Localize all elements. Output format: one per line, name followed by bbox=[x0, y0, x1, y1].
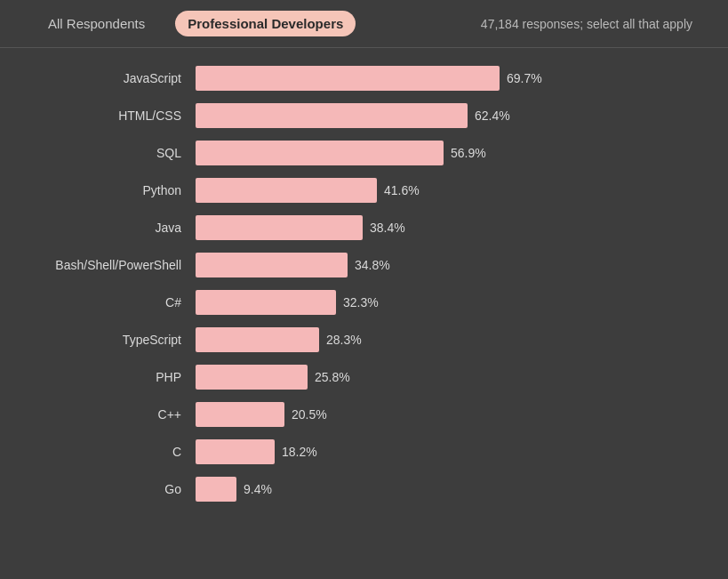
chart-row: TypeScript28.3% bbox=[18, 327, 692, 352]
bar-label: C# bbox=[18, 295, 196, 310]
bar bbox=[196, 141, 444, 165]
responses-note: 47,184 responses; select all that apply bbox=[481, 17, 692, 31]
bar-label: PHP bbox=[18, 370, 196, 384]
bar-label: JavaScript bbox=[18, 71, 196, 85]
chart-row: Go9.4% bbox=[18, 477, 692, 502]
bar bbox=[196, 178, 377, 203]
tab-all-respondents[interactable]: All Respondents bbox=[36, 11, 157, 36]
bar bbox=[196, 439, 275, 464]
bar bbox=[196, 365, 308, 390]
tab-professional-developers[interactable]: Professional Developers bbox=[175, 11, 356, 36]
bar bbox=[196, 327, 319, 352]
bar-value: 34.8% bbox=[355, 258, 390, 272]
bar bbox=[196, 253, 348, 277]
bar-wrapper: 28.3% bbox=[196, 327, 692, 352]
bar-value: 56.9% bbox=[451, 146, 486, 160]
bar-value: 20.5% bbox=[292, 407, 327, 422]
bar-label: Go bbox=[18, 482, 196, 496]
bar-wrapper: 20.5% bbox=[196, 402, 692, 427]
bar-wrapper: 32.3% bbox=[196, 290, 692, 315]
bar bbox=[196, 66, 500, 91]
bar-wrapper: 56.9% bbox=[196, 141, 692, 165]
bar-wrapper: 9.4% bbox=[196, 477, 692, 502]
bar-value: 9.4% bbox=[244, 482, 272, 496]
chart-row: Java38.4% bbox=[18, 215, 692, 240]
bar-label: SQL bbox=[18, 146, 196, 160]
chart-row: JavaScript69.7% bbox=[18, 66, 692, 91]
bar-value: 62.4% bbox=[475, 109, 510, 123]
bar-label: Python bbox=[18, 183, 196, 197]
bar bbox=[196, 103, 468, 128]
bar-value: 25.8% bbox=[315, 370, 350, 384]
bar-value: 69.7% bbox=[507, 71, 542, 85]
chart-row: Bash/Shell/PowerShell34.8% bbox=[18, 253, 692, 277]
bar-wrapper: 62.4% bbox=[196, 103, 692, 128]
chart-row: C#32.3% bbox=[18, 290, 692, 315]
bar-label: C++ bbox=[18, 407, 196, 422]
chart-row: SQL56.9% bbox=[18, 141, 692, 165]
tab-bar: All Respondents Professional Developers … bbox=[0, 0, 728, 48]
bar bbox=[196, 402, 284, 427]
bar-label: Bash/Shell/PowerShell bbox=[18, 258, 196, 272]
bar-label: C bbox=[18, 445, 196, 459]
bar-wrapper: 41.6% bbox=[196, 178, 692, 203]
bar-wrapper: 38.4% bbox=[196, 215, 692, 240]
chart-row: C18.2% bbox=[18, 439, 692, 464]
chart-row: Python41.6% bbox=[18, 178, 692, 203]
bar-value: 38.4% bbox=[370, 221, 405, 235]
bar bbox=[196, 215, 363, 240]
bar-label: Java bbox=[18, 221, 196, 235]
bar-wrapper: 34.8% bbox=[196, 253, 692, 277]
bar-value: 28.3% bbox=[326, 333, 362, 347]
chart-row: HTML/CSS62.4% bbox=[18, 103, 692, 128]
bar-wrapper: 18.2% bbox=[196, 439, 692, 464]
bar-label: HTML/CSS bbox=[18, 109, 196, 123]
bar bbox=[196, 477, 236, 502]
chart-row: C++20.5% bbox=[18, 402, 692, 427]
bar-value: 32.3% bbox=[343, 295, 379, 310]
chart-row: PHP25.8% bbox=[18, 365, 692, 390]
bar bbox=[196, 290, 336, 315]
bar-wrapper: 69.7% bbox=[196, 66, 692, 91]
bar-value: 18.2% bbox=[282, 445, 317, 459]
bar-label: TypeScript bbox=[18, 333, 196, 347]
bar-value: 41.6% bbox=[384, 183, 420, 197]
bar-wrapper: 25.8% bbox=[196, 365, 692, 390]
chart-area: JavaScript69.7%HTML/CSS62.4%SQL56.9%Pyth… bbox=[0, 48, 728, 532]
